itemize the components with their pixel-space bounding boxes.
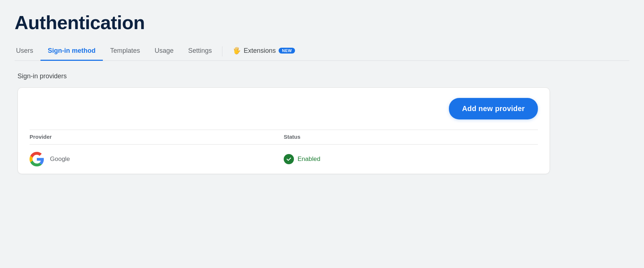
tabs-bar: Users Sign-in method Templates Usage Set… (15, 42, 629, 61)
table-row[interactable]: Google Enabled (30, 144, 538, 174)
provider-cell-inner: Google (30, 152, 284, 166)
enabled-check-icon (284, 154, 294, 164)
tab-users[interactable]: Users (15, 43, 40, 61)
status-column-header: Status (284, 130, 538, 144)
table-header-row: Provider Status (30, 130, 538, 144)
tab-usage[interactable]: Usage (147, 43, 181, 61)
status-cell-inner: Enabled (284, 154, 538, 164)
provider-cell: Google (30, 144, 284, 174)
tab-settings[interactable]: Settings (181, 43, 219, 61)
providers-table: Provider Status (30, 130, 538, 174)
new-badge: NEW (279, 48, 295, 54)
provider-name: Google (50, 155, 70, 163)
status-cell: Enabled (284, 144, 538, 174)
provider-column-header: Provider (30, 130, 284, 144)
section-label: Sign-in providers (18, 72, 629, 80)
add-new-provider-button[interactable]: Add new provider (449, 98, 538, 119)
content-area: Sign-in providers Add new provider Provi… (15, 72, 629, 174)
google-icon (30, 152, 44, 166)
page-container: Authentication Users Sign-in method Temp… (0, 0, 644, 189)
tab-extensions[interactable]: 🖐️ Extensions NEW (225, 42, 302, 61)
extensions-label: Extensions (244, 47, 276, 55)
tab-sign-in-method[interactable]: Sign-in method (40, 43, 103, 61)
card-header: Add new provider (30, 98, 538, 119)
providers-card: Add new provider Provider Status (18, 87, 550, 174)
page-title: Authentication (15, 12, 629, 34)
tab-divider (222, 46, 222, 56)
tab-templates[interactable]: Templates (103, 43, 147, 61)
status-text: Enabled (298, 155, 320, 163)
extensions-icon: 🖐️ (233, 47, 241, 55)
